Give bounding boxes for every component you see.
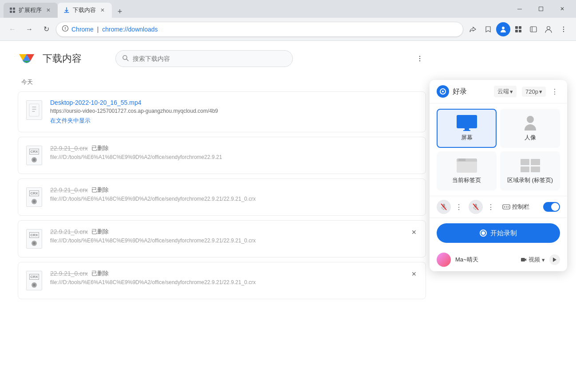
svg-rect-48 (521, 258, 525, 261)
deleted-url-3: file:///D:/tools/%E6%A1%8C%E9%9D%A2/offi… (50, 196, 294, 202)
page-content: 下载内容 今天 (0, 41, 576, 392)
tab-downloads-label: 下载内容 (73, 6, 96, 14)
refresh-button[interactable]: ↻ (39, 22, 53, 36)
deleted-row-2: 22.9.21_0.crx 已删除 (50, 144, 418, 152)
tab-extensions-label: 扩展程序 (19, 6, 42, 14)
deleted-filename-3: 22.9.21_0.crx (50, 186, 88, 194)
deleted-url-2: file:///D:/tools/%E6%A1%8C%E9%9D%A2/offi… (50, 154, 294, 160)
address-url: chrome://downloads (102, 26, 158, 33)
address-bar[interactable]: Chrome | chrome://downloads (56, 22, 463, 37)
tab-mode-icon (456, 158, 478, 174)
close-button[interactable]: ✕ (552, 2, 572, 16)
svg-rect-1 (13, 8, 15, 10)
mic-button-2[interactable] (469, 200, 483, 214)
search-bar[interactable] (115, 50, 293, 67)
mic-dots-1[interactable]: ⋮ (453, 201, 465, 213)
page-header: 下载内容 (18, 50, 426, 67)
download-item-2: CRX 22.9.21_0.crx 已删除 file:///D:/tools/%… (18, 137, 426, 174)
puzzle-icon (9, 7, 16, 14)
page-title: 下载内容 (43, 52, 82, 65)
svg-point-14 (547, 26, 550, 29)
download-icon (63, 7, 70, 14)
profile-button[interactable] (496, 22, 510, 36)
downloads-more-button[interactable] (414, 52, 426, 65)
recording-modes: 屏幕 人像 (430, 103, 567, 196)
site-name: Chrome (71, 26, 94, 33)
window-controls: ✕ (509, 2, 572, 16)
mic-group-2: ⋮ (469, 200, 497, 214)
mic-button-1[interactable] (437, 200, 451, 214)
forward-button[interactable]: → (22, 22, 36, 36)
user-name: Ma~晴天 (455, 256, 516, 264)
file-icon-crx3: CRX (25, 186, 43, 208)
file-icon-crx2: CRX (25, 144, 43, 166)
mode-person-label: 人像 (525, 134, 536, 142)
cloud-arrow: ▾ (510, 88, 513, 95)
svg-rect-11 (519, 30, 521, 32)
file-info-4: 22.9.21_0.crx 已删除 file:///D:/tools/%E6%A… (50, 228, 418, 244)
deleted-url-4: file:///D:/tools/%E6%A1%8C%E9%9D%A2/offi… (50, 238, 294, 244)
popup-header: 好录 云端 ▾ 720p ▾ ⋮ (430, 80, 567, 103)
tab-downloads[interactable]: 下载内容 ✕ (58, 3, 112, 18)
cloud-button[interactable]: 云端 ▾ (494, 86, 517, 97)
share-button[interactable] (466, 22, 480, 36)
tab-strip: 扩展程序 ✕ 下载内容 ✕ + (4, 0, 509, 18)
tab-downloads-close[interactable]: ✕ (99, 6, 107, 14)
mode-screen[interactable]: 屏幕 (437, 109, 497, 148)
svg-point-20 (24, 56, 29, 61)
tab-extensions-close[interactable]: ✕ (44, 6, 52, 14)
svg-point-37 (442, 91, 444, 92)
quality-label: 720p (525, 88, 538, 95)
mode-tab[interactable]: 当前标签页 (437, 151, 497, 190)
download-item-3: CRX 22.9.21_0.crx 已删除 file:///D:/tools/%… (18, 178, 426, 216)
item-close-btn-5[interactable]: ✕ (409, 269, 419, 279)
file-icon-mp4 (25, 99, 43, 121)
mic-dots-2[interactable]: ⋮ (485, 201, 497, 213)
crx-label-4: CRX (29, 232, 39, 238)
control-bar-toggle[interactable] (543, 202, 560, 212)
svg-point-30 (33, 200, 36, 203)
item-close-btn-4[interactable]: ✕ (409, 227, 419, 238)
search-input[interactable] (133, 55, 286, 62)
account-button[interactable] (541, 22, 556, 36)
video-button[interactable]: 视频 ▾ (521, 256, 545, 264)
minimize-button[interactable] (509, 2, 530, 16)
tab-extensions[interactable]: 扩展程序 ✕ (4, 3, 58, 18)
play-icon (552, 257, 557, 262)
popup-footer: Ma~晴天 视频 ▾ (430, 248, 567, 271)
video-icon (521, 257, 527, 262)
mode-region[interactable]: 区域录制 (标签页) (500, 151, 560, 190)
play-button[interactable] (549, 254, 560, 265)
popup-more-button[interactable]: ⋮ (549, 86, 560, 97)
svg-rect-5 (539, 7, 543, 11)
bookmark-button[interactable] (481, 22, 495, 36)
svg-point-15 (563, 26, 564, 27)
deleted-url-5: file:///D:/tools/%E6%A1%8C%E9%9D%A2/offi… (50, 279, 294, 285)
crx-label-3: CRX (29, 190, 39, 196)
quality-arrow: ▾ (539, 88, 542, 95)
maximize-button[interactable] (531, 2, 551, 16)
record-button[interactable]: 开始录制 (437, 223, 560, 243)
file-info-1: Desktop-2022-10-20_16_55.mp4 https://our… (50, 99, 418, 125)
svg-point-34 (33, 284, 36, 286)
popup-controls-row: ⋮ ⋮ (430, 196, 567, 218)
control-bar-label: 控制栏 (512, 203, 529, 211)
svg-point-7 (502, 27, 505, 29)
address-text: Chrome | chrome://downloads (71, 26, 458, 33)
file-icon-crx4: CRX (25, 228, 43, 250)
download-item-5: CRX 22.9.21_0.crx 已删除 file:///D:/tools/%… (18, 262, 426, 299)
control-bar-icon (502, 204, 510, 210)
deleted-filename-5: 22.9.21_0.crx (50, 270, 88, 277)
download-item-1: Desktop-2022-10-20_16_55.mp4 https://our… (18, 91, 426, 132)
extensions-button[interactable] (511, 22, 525, 36)
back-button[interactable]: ← (5, 22, 20, 36)
file-action-1[interactable]: 在文件夹中显示 (50, 117, 418, 125)
downloads-container: 下载内容 今天 (0, 41, 444, 313)
file-name-1[interactable]: Desktop-2022-10-20_16_55.mp4 (50, 99, 418, 106)
quality-button[interactable]: 720p ▾ (522, 87, 546, 97)
new-tab-button[interactable]: + (114, 5, 126, 18)
sidebar-button[interactable] (526, 22, 540, 36)
mode-person[interactable]: 人像 (500, 109, 560, 148)
crx-label-5: CRX (29, 274, 39, 280)
more-button[interactable] (556, 22, 571, 36)
